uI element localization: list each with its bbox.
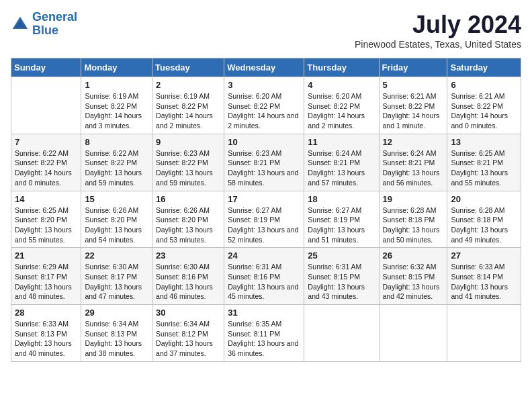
day-number: 3 bbox=[228, 80, 300, 90]
day-info: Sunrise: 6:28 AMSunset: 8:18 PMDaylight:… bbox=[451, 205, 517, 245]
calendar-cell: 19Sunrise: 6:28 AMSunset: 8:18 PMDayligh… bbox=[379, 191, 447, 248]
day-info: Sunrise: 6:23 AMSunset: 8:22 PMDaylight:… bbox=[156, 148, 220, 188]
day-number: 22 bbox=[85, 250, 148, 261]
day-number: 4 bbox=[308, 80, 375, 90]
day-info: Sunrise: 6:32 AMSunset: 8:15 PMDaylight:… bbox=[383, 262, 444, 302]
calendar-cell: 16Sunrise: 6:26 AMSunset: 8:20 PMDayligh… bbox=[152, 191, 224, 248]
calendar-cell: 8Sunrise: 6:22 AMSunset: 8:22 PMDaylight… bbox=[81, 134, 152, 191]
day-number: 23 bbox=[156, 250, 220, 261]
calendar-week-1: 1Sunrise: 6:19 AMSunset: 8:22 PMDaylight… bbox=[11, 77, 521, 134]
calendar-cell: 15Sunrise: 6:26 AMSunset: 8:20 PMDayligh… bbox=[81, 191, 152, 248]
calendar-cell: 20Sunrise: 6:28 AMSunset: 8:18 PMDayligh… bbox=[447, 191, 521, 248]
day-number: 8 bbox=[85, 137, 148, 147]
calendar-header: SundayMondayTuesdayWednesdayThursdayFrid… bbox=[11, 58, 521, 77]
calendar-cell: 17Sunrise: 6:27 AMSunset: 8:19 PMDayligh… bbox=[224, 191, 304, 248]
day-info: Sunrise: 6:34 AMSunset: 8:12 PMDaylight:… bbox=[156, 319, 220, 359]
calendar-cell bbox=[447, 305, 521, 362]
header-cell-tuesday: Tuesday bbox=[152, 58, 224, 77]
calendar-cell: 30Sunrise: 6:34 AMSunset: 8:12 PMDayligh… bbox=[152, 305, 224, 362]
calendar-cell: 5Sunrise: 6:21 AMSunset: 8:22 PMDaylight… bbox=[379, 77, 447, 134]
calendar-cell: 31Sunrise: 6:35 AMSunset: 8:11 PMDayligh… bbox=[224, 305, 304, 362]
day-info: Sunrise: 6:26 AMSunset: 8:20 PMDaylight:… bbox=[85, 205, 148, 245]
calendar-cell: 10Sunrise: 6:23 AMSunset: 8:21 PMDayligh… bbox=[224, 134, 304, 191]
day-info: Sunrise: 6:34 AMSunset: 8:13 PMDaylight:… bbox=[85, 319, 148, 359]
day-info: Sunrise: 6:19 AMSunset: 8:22 PMDaylight:… bbox=[85, 91, 148, 131]
day-info: Sunrise: 6:33 AMSunset: 8:14 PMDaylight:… bbox=[451, 262, 517, 302]
day-number: 16 bbox=[156, 194, 220, 204]
calendar-cell: 1Sunrise: 6:19 AMSunset: 8:22 PMDaylight… bbox=[81, 77, 152, 134]
calendar-cell: 12Sunrise: 6:24 AMSunset: 8:21 PMDayligh… bbox=[379, 134, 447, 191]
calendar-cell bbox=[304, 305, 379, 362]
logo: General Blue bbox=[11, 11, 77, 38]
calendar-table: SundayMondayTuesdayWednesdayThursdayFrid… bbox=[11, 58, 521, 362]
day-number: 29 bbox=[85, 308, 148, 318]
calendar-cell: 3Sunrise: 6:20 AMSunset: 8:22 PMDaylight… bbox=[224, 77, 304, 134]
calendar-cell: 23Sunrise: 6:30 AMSunset: 8:16 PMDayligh… bbox=[152, 248, 224, 305]
day-number: 15 bbox=[85, 194, 148, 204]
day-number: 30 bbox=[156, 308, 220, 318]
day-info: Sunrise: 6:20 AMSunset: 8:22 PMDaylight:… bbox=[228, 91, 300, 131]
day-info: Sunrise: 6:31 AMSunset: 8:16 PMDaylight:… bbox=[228, 262, 300, 302]
calendar-cell: 27Sunrise: 6:33 AMSunset: 8:14 PMDayligh… bbox=[447, 248, 521, 305]
calendar-cell: 7Sunrise: 6:22 AMSunset: 8:22 PMDaylight… bbox=[11, 134, 81, 191]
day-info: Sunrise: 6:28 AMSunset: 8:18 PMDaylight:… bbox=[383, 205, 444, 245]
calendar-cell: 29Sunrise: 6:34 AMSunset: 8:13 PMDayligh… bbox=[81, 305, 152, 362]
calendar-cell: 6Sunrise: 6:21 AMSunset: 8:22 PMDaylight… bbox=[447, 77, 521, 134]
header-cell-saturday: Saturday bbox=[447, 58, 521, 77]
day-info: Sunrise: 6:23 AMSunset: 8:21 PMDaylight:… bbox=[228, 148, 300, 188]
day-number: 31 bbox=[228, 308, 300, 318]
calendar-week-5: 28Sunrise: 6:33 AMSunset: 8:13 PMDayligh… bbox=[11, 305, 521, 362]
calendar-cell bbox=[379, 305, 447, 362]
day-number: 26 bbox=[383, 250, 444, 261]
title-block: July 2024 Pinewood Estates, Texas, Unite… bbox=[355, 11, 521, 50]
day-number: 10 bbox=[228, 137, 300, 147]
logo-text: General Blue bbox=[32, 11, 77, 38]
day-number: 25 bbox=[308, 250, 375, 261]
day-info: Sunrise: 6:35 AMSunset: 8:11 PMDaylight:… bbox=[228, 319, 300, 359]
month-title: July 2024 bbox=[355, 11, 521, 39]
calendar-cell: 4Sunrise: 6:20 AMSunset: 8:22 PMDaylight… bbox=[304, 77, 379, 134]
day-number: 12 bbox=[383, 137, 444, 147]
header-cell-thursday: Thursday bbox=[304, 58, 379, 77]
calendar-cell bbox=[11, 77, 81, 134]
day-number: 28 bbox=[15, 308, 77, 318]
day-number: 1 bbox=[85, 80, 148, 90]
calendar-week-2: 7Sunrise: 6:22 AMSunset: 8:22 PMDaylight… bbox=[11, 134, 521, 191]
calendar-body: 1Sunrise: 6:19 AMSunset: 8:22 PMDaylight… bbox=[11, 77, 521, 362]
page-header: General Blue July 2024 Pinewood Estates,… bbox=[11, 11, 521, 50]
day-number: 18 bbox=[308, 194, 375, 204]
day-info: Sunrise: 6:21 AMSunset: 8:22 PMDaylight:… bbox=[383, 91, 444, 131]
day-number: 9 bbox=[156, 137, 220, 147]
day-info: Sunrise: 6:24 AMSunset: 8:21 PMDaylight:… bbox=[308, 148, 375, 188]
header-cell-monday: Monday bbox=[81, 58, 152, 77]
logo-line1: General bbox=[32, 10, 77, 24]
day-info: Sunrise: 6:27 AMSunset: 8:19 PMDaylight:… bbox=[228, 205, 300, 245]
calendar-week-4: 21Sunrise: 6:29 AMSunset: 8:17 PMDayligh… bbox=[11, 248, 521, 305]
header-row: SundayMondayTuesdayWednesdayThursdayFrid… bbox=[11, 58, 521, 77]
day-info: Sunrise: 6:26 AMSunset: 8:20 PMDaylight:… bbox=[156, 205, 220, 245]
header-cell-wednesday: Wednesday bbox=[224, 58, 304, 77]
day-info: Sunrise: 6:21 AMSunset: 8:22 PMDaylight:… bbox=[451, 91, 517, 131]
calendar-cell: 18Sunrise: 6:27 AMSunset: 8:19 PMDayligh… bbox=[304, 191, 379, 248]
day-info: Sunrise: 6:22 AMSunset: 8:22 PMDaylight:… bbox=[15, 148, 77, 188]
day-number: 2 bbox=[156, 80, 220, 90]
day-number: 14 bbox=[15, 194, 77, 204]
calendar-cell: 21Sunrise: 6:29 AMSunset: 8:17 PMDayligh… bbox=[11, 248, 81, 305]
day-number: 6 bbox=[451, 80, 517, 90]
day-info: Sunrise: 6:29 AMSunset: 8:17 PMDaylight:… bbox=[15, 262, 77, 302]
day-info: Sunrise: 6:31 AMSunset: 8:15 PMDaylight:… bbox=[308, 262, 375, 302]
day-number: 24 bbox=[228, 250, 300, 261]
calendar-cell: 13Sunrise: 6:25 AMSunset: 8:21 PMDayligh… bbox=[447, 134, 521, 191]
calendar-cell: 24Sunrise: 6:31 AMSunset: 8:16 PMDayligh… bbox=[224, 248, 304, 305]
calendar-cell: 25Sunrise: 6:31 AMSunset: 8:15 PMDayligh… bbox=[304, 248, 379, 305]
header-cell-friday: Friday bbox=[379, 58, 447, 77]
calendar-cell: 26Sunrise: 6:32 AMSunset: 8:15 PMDayligh… bbox=[379, 248, 447, 305]
calendar-cell: 9Sunrise: 6:23 AMSunset: 8:22 PMDaylight… bbox=[152, 134, 224, 191]
day-info: Sunrise: 6:30 AMSunset: 8:17 PMDaylight:… bbox=[85, 262, 148, 302]
day-number: 19 bbox=[383, 194, 444, 204]
calendar-cell: 28Sunrise: 6:33 AMSunset: 8:13 PMDayligh… bbox=[11, 305, 81, 362]
day-number: 27 bbox=[451, 250, 517, 261]
day-info: Sunrise: 6:33 AMSunset: 8:13 PMDaylight:… bbox=[15, 319, 77, 359]
day-info: Sunrise: 6:30 AMSunset: 8:16 PMDaylight:… bbox=[156, 262, 220, 302]
logo-icon bbox=[11, 15, 30, 34]
